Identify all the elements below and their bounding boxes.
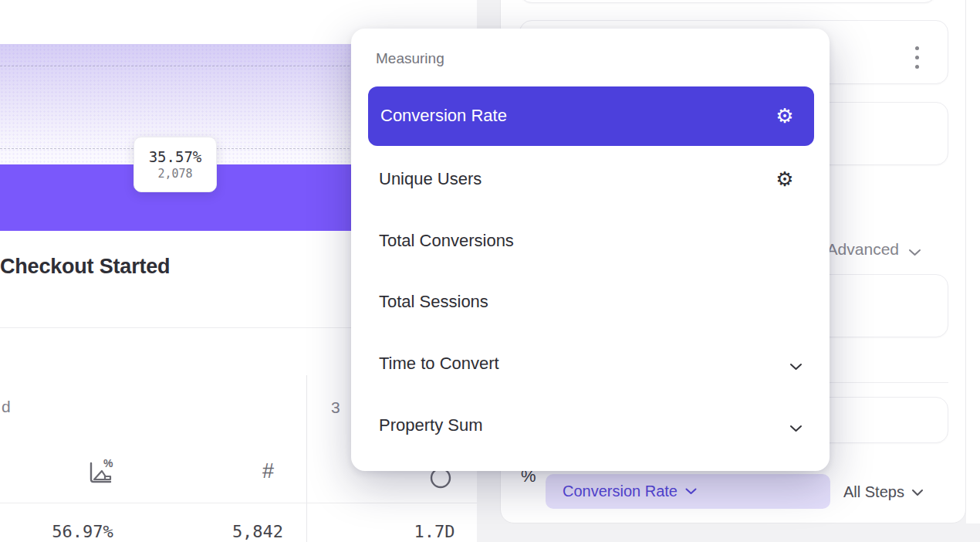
menu-item-conversion-rate[interactable]: Conversion Rate ⚙ xyxy=(368,86,814,146)
table-step-header: d xyxy=(2,398,11,416)
menu-item-label: Conversion Rate xyxy=(380,104,507,127)
metric-value-time: 1.7D xyxy=(380,522,488,541)
builder-step-row[interactable] xyxy=(519,0,937,3)
metric-value-count: 5,842 xyxy=(204,522,312,541)
steps-scope-dropdown[interactable]: All Steps xyxy=(843,483,924,501)
svg-text:%: % xyxy=(103,459,113,469)
gear-icon[interactable]: ⚙ xyxy=(773,104,796,127)
chevron-down-icon xyxy=(911,489,924,496)
chevron-down-icon xyxy=(685,488,697,495)
measuring-dropdown-menu: Measuring Conversion Rate ⚙ Unique Users… xyxy=(351,29,830,471)
gear-icon[interactable]: ⚙ xyxy=(773,168,796,191)
chevron-down-icon[interactable] xyxy=(789,422,803,435)
measuring-metric-dropdown[interactable]: Conversion Rate xyxy=(546,474,830,509)
kebab-menu-icon[interactable] xyxy=(915,46,919,69)
table-row-divider xyxy=(0,503,477,503)
page-background xyxy=(966,0,980,523)
menu-item-unique-users[interactable]: Unique Users xyxy=(379,168,482,191)
chevron-down-icon[interactable] xyxy=(789,360,803,374)
metric-value-conversion-rate: 56.97% xyxy=(29,522,137,541)
conversion-rate-icon[interactable]: % xyxy=(86,459,116,488)
bar-tooltip: 35.57% 2,078 xyxy=(133,137,217,192)
menu-item-time-to-convert[interactable]: Time to Convert xyxy=(379,352,499,375)
page-background xyxy=(477,523,980,542)
chevron-down-icon[interactable] xyxy=(908,246,921,259)
menu-header: Measuring xyxy=(376,50,444,67)
tooltip-conversion-rate: 35.57% xyxy=(149,148,202,165)
table-column-divider xyxy=(306,375,307,542)
measuring-metric-label: Conversion Rate xyxy=(563,483,678,500)
funnel-step-label: Checkout Started xyxy=(0,255,170,279)
menu-item-total-conversions[interactable]: Total Conversions xyxy=(379,229,514,252)
tooltip-count: 2,078 xyxy=(157,167,192,181)
menu-item-property-sum[interactable]: Property Sum xyxy=(379,414,483,437)
count-icon[interactable]: # xyxy=(262,459,274,483)
table-step-header: 3 xyxy=(331,398,340,417)
steps-scope-label: All Steps xyxy=(843,483,904,501)
menu-item-total-sessions[interactable]: Total Sessions xyxy=(379,290,488,313)
